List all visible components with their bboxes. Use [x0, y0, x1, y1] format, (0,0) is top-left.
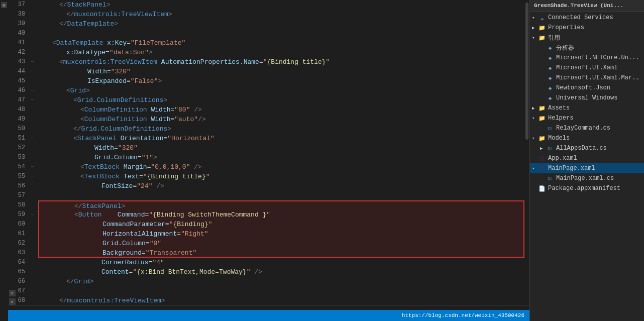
- code-line-60: CommandParameter="{Binding}": [38, 220, 524, 229]
- se-icon-folder-10: 📁: [538, 114, 546, 122]
- se-item-12[interactable]: ▾📁Models: [530, 133, 644, 143]
- code-line-62: Grid.Column="0": [38, 239, 524, 248]
- line-number-49: 49: [8, 115, 25, 124]
- expand-icon-62: [30, 239, 38, 248]
- se-label-3: 分析器: [556, 44, 574, 52]
- se-item-9[interactable]: ▶📁Assets: [530, 103, 644, 113]
- se-label-16: MainPage.xaml.cs: [556, 175, 614, 182]
- code-line-65: Content="{x:Bind BtnText,Mode=TwoWay}" /…: [38, 267, 524, 277]
- line-number-50: 50: [8, 124, 25, 134]
- expand-icon-54: ─: [30, 162, 38, 172]
- expand-icon-49: [30, 115, 38, 124]
- code-line-56: FontSize="24" />: [38, 181, 524, 191]
- code-line-58: </StackPanel>: [38, 200, 524, 210]
- line-number-47: 47: [8, 95, 25, 105]
- expand-icon-53: [30, 153, 38, 162]
- vertical-scrollbar[interactable]: [524, 0, 529, 305]
- se-arrow-13: ▶: [540, 146, 546, 151]
- se-item-8[interactable]: ◈Universal Windows: [530, 93, 644, 103]
- se-item-4[interactable]: ◈Microsoft.NETCore.Un...: [530, 53, 644, 63]
- se-icon-folder-12: 📁: [538, 134, 546, 142]
- se-item-11[interactable]: C#RelayCommand.cs: [530, 123, 644, 133]
- se-item-7[interactable]: ◈Newtonsoft.Json: [530, 83, 644, 93]
- se-label-15: MainPage.xaml: [548, 165, 595, 172]
- se-icon-xaml-15: ⬡: [538, 164, 546, 172]
- expand-icon-66: [30, 277, 38, 286]
- code-line-45: IsExpanded="False">: [38, 76, 524, 86]
- se-icon-ref-4: ◈: [546, 54, 554, 62]
- se-item-13[interactable]: ▶C#AllAppsData.cs: [530, 143, 644, 153]
- se-icon-ref-6: ◈: [546, 74, 554, 82]
- code-line-43: <muxcontrols:TreeViewItem AutomationProp…: [38, 57, 524, 67]
- code-line-46: <Grid>: [38, 86, 524, 95]
- se-label-14: App.xaml: [548, 155, 577, 162]
- code-line-49: <ColumnDefinition Width="auto"/>: [38, 115, 524, 124]
- se-icon-folder-1: 📁: [538, 24, 546, 32]
- se-icon-folder-2: 📁: [538, 34, 546, 42]
- left-activity-bar: ⊞: [0, 0, 8, 321]
- se-tree: ▾☁Connected Services▶📁Properties▾📁引用◈分析器…: [530, 12, 644, 321]
- code-line-68: </muxcontrols:TreeViewItem>: [38, 296, 524, 305]
- expand-icon-42: [30, 48, 38, 57]
- code-line-50: </Grid.ColumnDefinitions>: [38, 124, 524, 134]
- se-label-11: RelayCommand.cs: [556, 125, 610, 132]
- activity-icon-1[interactable]: ⊞: [1, 2, 7, 8]
- se-item-2[interactable]: ▾📁引用: [530, 33, 644, 43]
- solution-explorer: GreenShade.TreeView (Uni... ▾☁Connected …: [529, 0, 644, 321]
- se-item-0[interactable]: ▾☁Connected Services: [530, 13, 644, 23]
- expand-icon-37: [30, 0, 38, 10]
- se-label-2: 引用: [548, 34, 560, 42]
- se-item-5[interactable]: ◈Microsoft.UI.Xaml: [530, 63, 644, 73]
- se-item-3[interactable]: ◈分析器: [530, 43, 644, 53]
- expand-icon-64: [30, 258, 38, 267]
- se-icon-cs-11: C#: [546, 124, 554, 132]
- expand-icon-45: [30, 76, 38, 86]
- se-header: GreenShade.TreeView (Uni...: [530, 0, 644, 12]
- code-line-59: <Button Command="{Binding SwitchThemeCom…: [38, 210, 524, 220]
- se-item-6[interactable]: ◈Microsoft.UI.Xaml.Mar...: [530, 73, 644, 83]
- se-arrow-1: ▶: [532, 25, 538, 31]
- se-arrow-15: ▾: [532, 166, 538, 171]
- line-number-61: 61: [8, 229, 25, 239]
- line-number-66: 66: [8, 277, 25, 286]
- se-item-15[interactable]: ▾⬡MainPage.xaml: [530, 163, 644, 173]
- expand-icon-46: ─: [30, 86, 38, 95]
- code-lines-area[interactable]: </StackPanel></muxcontrols:TreeViewItem>…: [38, 0, 524, 305]
- line-number-60: 60: [8, 220, 25, 229]
- bottom-icon-2[interactable]: ⊡: [9, 298, 16, 305]
- expand-icon-40: [30, 29, 38, 38]
- editor-panel: 3738394041424344454647484950515253545556…: [8, 0, 529, 321]
- code-line-53: Grid.Column="1">: [38, 153, 524, 162]
- expand-icon-63: [30, 248, 38, 258]
- se-item-14[interactable]: ⬡App.xaml: [530, 153, 644, 163]
- expand-icon-59: ─: [30, 210, 38, 220]
- horizontal-scrollbar[interactable]: [8, 305, 529, 310]
- bottom-icon-1[interactable]: ⊟: [9, 290, 16, 296]
- code-line-48: <ColumnDefinition Width="80" />: [38, 105, 524, 115]
- code-line-47: <Grid.ColumnDefinitions>: [38, 95, 524, 105]
- expand-icon-39: [30, 19, 38, 29]
- code-line-37: </StackPanel>: [38, 0, 524, 10]
- se-label-17: Package.appxmanifest: [548, 185, 620, 192]
- line-number-38: 38: [8, 10, 25, 19]
- expand-icon-43: ─: [30, 57, 38, 67]
- se-item-1[interactable]: ▶📁Properties: [530, 23, 644, 33]
- se-item-10[interactable]: ▾📁Helpers: [530, 113, 644, 123]
- code-line-40: [38, 29, 524, 38]
- se-arrow-0: ▾: [532, 15, 538, 21]
- line-number-58: 58: [8, 200, 25, 210]
- se-label-10: Helpers: [548, 115, 573, 122]
- code-line-67: [38, 286, 524, 296]
- code-line-51: <StackPanel Orientation="Horizontal": [38, 134, 524, 143]
- code-line-64: CornerRadius="4": [38, 258, 524, 267]
- code-line-61: HorizontalAlignment="Right": [38, 229, 524, 239]
- se-item-17[interactable]: 📄Package.appxmanifest: [530, 183, 644, 193]
- expand-icon-68: [30, 296, 38, 305]
- line-number-57: 57: [8, 191, 25, 200]
- line-number-41: 41: [8, 38, 25, 48]
- code-line-66: </Grid>: [38, 277, 524, 286]
- line-number-54: 54: [8, 162, 25, 172]
- code-editor[interactable]: 3738394041424344454647484950515253545556…: [8, 0, 529, 305]
- line-number-43: 43: [8, 57, 25, 67]
- se-item-16[interactable]: C#MainPage.xaml.cs: [530, 173, 644, 183]
